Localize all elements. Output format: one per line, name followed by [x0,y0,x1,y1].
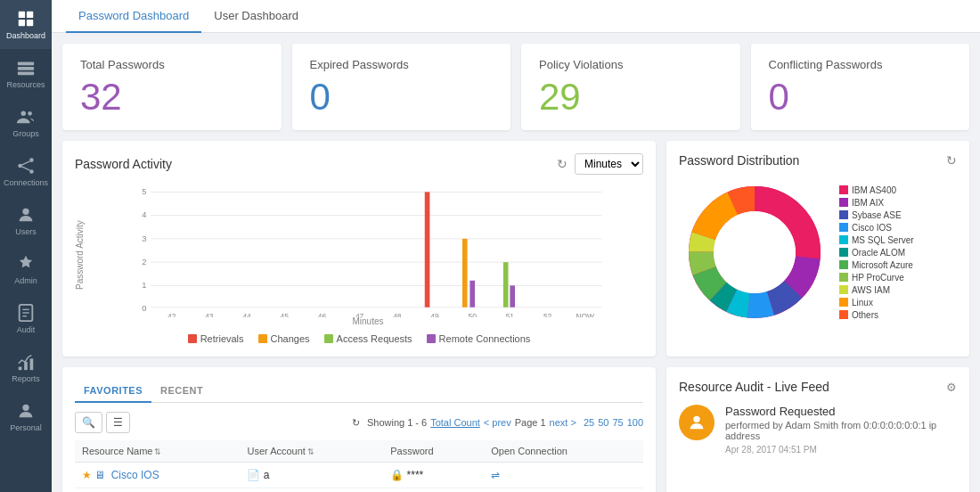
activity-refresh-icon[interactable]: ↻ [557,157,568,171]
legend-ibm-as400: IBM AS400 [839,185,914,195]
tab-recent[interactable]: RECENT [151,380,212,403]
svg-point-64 [714,211,796,293]
table-cell-connection: ⇌ [484,463,643,488]
legend-ms-azure: Microsoft Azure [839,260,914,270]
activity-panel-header: Password Activity ↻ Minutes Hours Days [75,153,643,175]
svg-text:4: 4 [142,210,146,219]
legend-dot-access [324,334,333,343]
svg-point-9 [18,164,22,168]
svg-text:49: 49 [430,312,439,317]
svg-point-65 [693,416,699,422]
per-page-75[interactable]: 75 [612,417,623,428]
legend-mssql: MS SQL Server [839,235,914,245]
legend-label-access: Access Requests [337,333,412,344]
search-button[interactable]: 🔍 [75,412,102,433]
audit-list-item: Password Requested performed by Adam Smi… [679,405,957,455]
activity-time-dropdown[interactable]: Minutes Hours Days [575,153,643,175]
prev-link[interactable]: < prev [484,417,511,428]
favorites-table: Resource Name⇅ User Account⇅ Password Op… [75,440,643,488]
legend-dot-changes [258,334,267,343]
resource-name-link[interactable]: Cisco IOS [111,469,159,481]
distribution-panel-header: Password Distribution ↻ [679,153,957,168]
svg-text:50: 50 [469,312,478,317]
stat-card-total-passwords: Total Passwords 32 [62,44,282,130]
stat-value-conflicting: 0 [769,78,952,116]
sidebar-item-connections[interactable]: Connections [0,147,52,196]
distribution-refresh-icon[interactable]: ↻ [946,153,957,168]
tab-user-dashboard[interactable]: User Dashboard [201,0,311,33]
favorites-toolbar-left: 🔍 ☰ [75,412,130,433]
svg-rect-20 [24,362,28,370]
svg-text:43: 43 [205,312,214,317]
sidebar-item-users[interactable]: Users [0,196,52,245]
legend-hp-procurve: HP ProCurve [839,273,914,283]
audit-avatar [679,405,715,440]
stat-card-policy-violations: Policy Violations 29 [521,44,740,130]
svg-text:3: 3 [142,234,146,243]
connection-icon[interactable]: ⇌ [491,469,500,481]
sidebar-label-connections: Connections [4,178,48,187]
svg-rect-0 [19,12,25,18]
svg-rect-51 [510,285,515,307]
legend-cisco-ios: Cisco IOS [839,223,914,233]
donut-legend: IBM AS400 IBM AIX Sybase ASE Cisco [839,185,914,320]
sidebar-item-dashboard[interactable]: Dashboard [0,0,52,49]
sidebar-item-personal[interactable]: Personal [0,392,52,441]
legend-text-ibm-as400: IBM AS400 [852,185,896,195]
legend-sybase: Sybase ASE [839,210,914,220]
svg-point-8 [28,111,32,116]
legend-oracle-alom: Oracle ALOM [839,248,914,258]
star-icon[interactable]: ★ [82,469,92,481]
per-page-50[interactable]: 50 [598,417,608,428]
legend-others: Others [839,310,914,320]
svg-rect-49 [470,281,475,308]
sidebar-label-admin: Admin [14,276,37,285]
legend-text-oracle-alom: Oracle ALOM [852,248,905,258]
col-user-account[interactable]: User Account⇅ [240,440,383,463]
legend-retrievals: Retrievals [188,333,244,344]
tab-password-dashboard[interactable]: Password Dashboard [66,0,201,33]
tab-favorites[interactable]: FAVORITES [75,380,151,403]
x-axis-label: Minutes [93,316,643,326]
distribution-title: Password Distribution [679,153,799,168]
audit-feed-panel: Resource Audit - Live Feed ⚙ Password Re… [666,367,969,492]
svg-text:52: 52 [543,312,552,317]
col-password: Password [383,440,484,463]
main-content: Password Dashboard User Dashboard Total … [52,0,980,492]
page-indicator: Page 1 [515,417,546,428]
sidebar-item-admin[interactable]: Admin [0,245,52,294]
table-cell-resource: ★ 🖥 Cisco IOS [75,463,240,488]
sidebar-item-groups[interactable]: Groups [0,98,52,147]
tab-bar: Password Dashboard User Dashboard [52,0,980,33]
list-view-button[interactable]: ☰ [106,412,130,433]
svg-rect-5 [18,67,34,70]
sidebar-item-resources[interactable]: Resources [0,49,52,98]
legend-text-aws-iam: AWS IAM [852,285,890,295]
legend-linux: Linux [839,298,914,308]
sidebar-label-audit: Audit [17,325,36,334]
user-account-icon: 📄 [247,469,260,481]
bottom-row: FAVORITES RECENT 🔍 ☰ ↻ Showing 1 - 6 Tot… [62,367,969,492]
svg-rect-48 [462,239,468,308]
table-row: ★ 🖥 Cisco IOS 📄 a 🔒 **** [75,463,643,488]
activity-controls: ↻ Minutes Hours Days [557,153,643,175]
col-resource-name[interactable]: Resource Name⇅ [75,440,240,463]
legend-access-requests: Access Requests [324,333,412,344]
total-count-link[interactable]: Total Count [430,417,480,428]
sidebar-item-reports[interactable]: Reports [0,343,52,392]
svg-text:42: 42 [167,312,176,317]
legend-dot-retrievals [188,334,197,343]
activity-chart-svg: 5 4 3 2 1 0 42 43 44 45 46 47 [93,184,643,317]
svg-text:51: 51 [506,312,515,317]
svg-text:44: 44 [242,312,251,317]
donut-container: IBM AS400 IBM AIX Sybase ASE Cisco [679,176,957,328]
legend-changes: Changes [258,333,310,344]
per-page-25[interactable]: 25 [584,417,594,428]
refresh-small-icon[interactable]: ↻ [352,417,360,429]
resource-type-icon: 🖥 [94,469,105,481]
sidebar-item-audit[interactable]: Audit [0,294,52,343]
audit-settings-icon[interactable]: ⚙ [946,381,957,394]
per-page-100[interactable]: 100 [627,417,643,428]
audit-action-text: Password Requested [725,405,957,418]
next-link[interactable]: next > [550,417,576,428]
